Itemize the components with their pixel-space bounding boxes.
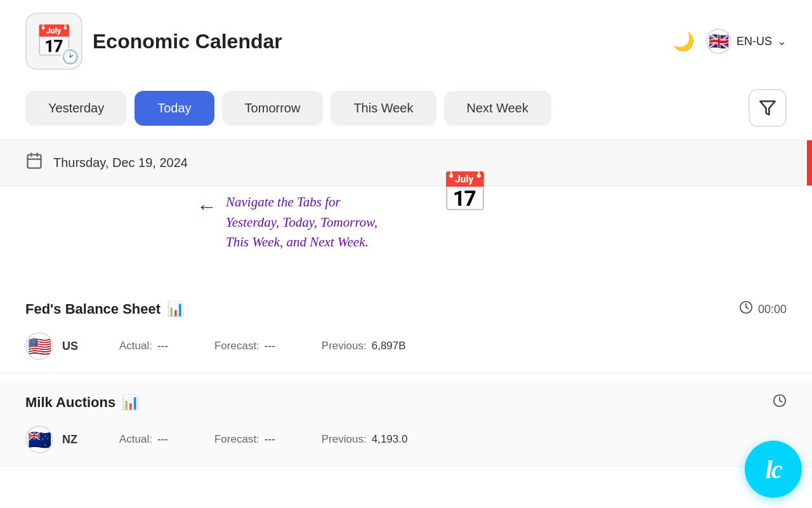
annotation: → Navigate the Tabs for Yesterday, Today… [197,192,514,253]
tab-next-week[interactable]: Next Week [444,91,551,126]
language-selector[interactable]: 🇬🇧 EN-US ⌄ [706,29,787,54]
tab-today[interactable]: Today [134,91,214,126]
flag-icon: 🇬🇧 [706,29,731,54]
event-1-country: US [62,340,94,353]
event-2-country: NZ [62,433,94,446]
event-1-forecast-group: Forecast: --- [214,340,296,352]
event-2-actual-group: Actual: --- [119,433,189,446]
event-1-details: 🇺🇸 US Actual: --- Forecast: --- Previous… [0,326,812,373]
tab-yesterday[interactable]: Yesterday [25,91,127,126]
svg-marker-0 [760,102,775,115]
svg-rect-1 [28,155,41,168]
today-indicator [807,140,812,185]
event-1-actual-label: Actual: [119,340,152,352]
event-1-previous-group: Previous: 6,897B [322,340,406,352]
event-1-forecast-label: Forecast: [214,340,259,352]
event-1-title: Fed's Balance Sheet [25,301,160,318]
event-2-previous-value: 4,193.0 [372,433,408,446]
event-2-time-row [773,394,787,411]
event-2-actual-value: --- [157,433,189,446]
event-1-actual-group: Actual: --- [119,340,189,352]
event-1-clock-icon [739,300,753,318]
event-1-flag: 🇺🇸 [25,332,53,360]
event-title-row-1: Fed's Balance Sheet 📊 [25,301,184,318]
event-2-forecast-value: --- [265,433,296,446]
event-2-actual-label: Actual: [119,433,152,446]
event-1-time-row: 00:00 [739,300,787,318]
event-2-previous-group: Previous: 4,193.0 [322,433,408,446]
app-header: 📅 🕑 Economic Calendar 🌙 🇬🇧 EN-US ⌄ [0,0,812,83]
annotation-arrow-icon: → [197,195,217,218]
event-1-previous-label: Previous: [322,340,367,352]
app-logo: 📅 🕑 [25,13,82,70]
filter-button[interactable] [749,89,787,127]
event-1-forecast-value: --- [265,340,296,352]
app-title: Economic Calendar [93,30,662,53]
event-2-details: 🇳🇿 NZ Actual: --- Forecast: --- Previous… [0,419,812,466]
tab-tomorrow[interactable]: Tomorrow [222,91,324,126]
event-1-icon: 📊 [167,301,184,318]
tabs-container: Yesterday Today Tomorrow This Week Next … [0,83,812,140]
language-label: EN-US [737,35,772,48]
event-1-previous-value: 6,897B [372,340,406,352]
brand-logo-text: lc [766,455,782,485]
event-2-title: Milk Auctions [25,394,115,411]
event-2-flag: 🇳🇿 [25,425,53,453]
event-2-forecast-group: Forecast: --- [214,433,296,446]
date-bar: Thursday, Dec 19, 2024 [0,140,812,186]
event-milk-auctions: Milk Auctions 📊 🇳🇿 NZ Actual: --- Foreca… [0,381,812,467]
event-1-actual-value: --- [157,340,189,352]
event-1-time: 00:00 [758,303,787,316]
header-controls: 🌙 🇬🇧 EN-US ⌄ [672,29,787,54]
event-title-row-2: Milk Auctions 📊 [25,394,139,411]
chevron-down-icon: ⌄ [777,34,787,48]
event-header-2: Milk Auctions 📊 [0,381,812,419]
current-date: Thursday, Dec 19, 2024 [53,156,188,170]
event-2-clock-icon [773,394,787,411]
event-2-previous-label: Previous: [322,433,367,446]
annotation-text: Navigate the Tabs for Yesterday, Today, … [226,192,377,253]
logo-clock-icon: 🕑 [61,48,79,66]
filter-icon [759,99,776,117]
event-feds-balance-sheet: Fed's Balance Sheet 📊 00:00 🇺🇸 US Actual… [0,288,812,373]
event-2-icon: 📊 [122,394,139,411]
date-calendar-icon [25,152,43,174]
tab-this-week[interactable]: This Week [331,91,436,126]
event-header-1: Fed's Balance Sheet 📊 00:00 [0,288,812,326]
event-2-forecast-label: Forecast: [214,433,259,446]
dark-mode-icon[interactable]: 🌙 [672,31,695,52]
bottom-brand-logo: lc [745,441,802,498]
